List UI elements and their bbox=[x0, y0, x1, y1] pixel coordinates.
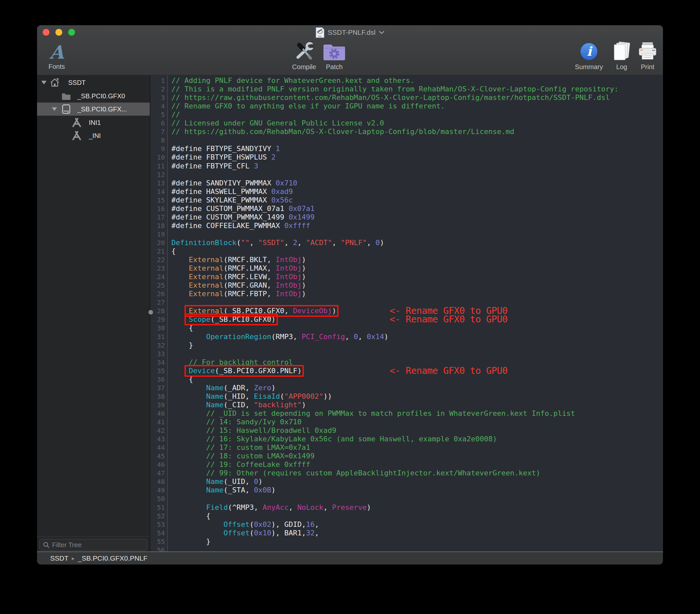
code-line-46[interactable]: 46 // 19: CoffeeLake 0xffff bbox=[150, 460, 663, 469]
code-text: Name(_STA, 0x0B) bbox=[171, 486, 276, 494]
code-line-7[interactable]: 7// https://github.com/RehabMan/OS-X-Clo… bbox=[150, 127, 663, 136]
sidebar-item--sb-pci0-gfx0[interactable]: _SB.PCI0.GFX0 bbox=[37, 89, 150, 102]
code-line-12[interactable]: 12 bbox=[150, 171, 663, 179]
line-number: 7 bbox=[150, 127, 165, 136]
folder-icon bbox=[61, 92, 71, 100]
code-text: { bbox=[171, 247, 176, 255]
code-line-21[interactable]: 21{ bbox=[150, 247, 663, 256]
code-line-52[interactable]: 52 { bbox=[150, 512, 663, 521]
code-line-51[interactable]: 51 Field(^RMP3, AnyAcc, NoLock, Preserve… bbox=[150, 503, 663, 512]
code-text: #define SKYLAKE_PWMMAX 0x56c bbox=[171, 196, 293, 204]
code-line-50[interactable]: 50 bbox=[150, 494, 663, 503]
code-line-54[interactable]: 54 Offset(0x10), BAR1,32, bbox=[150, 529, 663, 538]
log-button[interactable]: Log bbox=[609, 41, 635, 71]
code-text: External(RMCF.GRAN, IntObj) bbox=[171, 281, 306, 290]
print-label: Print bbox=[641, 63, 654, 71]
breadcrumb-separator-icon: ▸ bbox=[72, 555, 75, 562]
code-line-5[interactable]: 5// bbox=[150, 110, 663, 119]
chevron-down-icon[interactable] bbox=[379, 31, 384, 34]
code-text: // 19: CoffeeLake 0xffff bbox=[171, 460, 310, 469]
sidebar-item-ini1[interactable]: INI1 bbox=[37, 116, 150, 129]
line-number: 1 bbox=[150, 76, 165, 85]
code-text: // 14: Sandy/Ivy 0x710 bbox=[171, 418, 301, 426]
statusbar-breadcrumb: SSDT ▸ _SB.PCI0.GFX0.PNLF bbox=[37, 551, 663, 565]
code-line-3[interactable]: 3// https://raw.githubusercontent.com/Re… bbox=[150, 93, 663, 102]
code-line-18[interactable]: 18#define COFFEELAKE_PWMMAX 0xffff bbox=[150, 222, 663, 230]
code-line-20[interactable]: 20DefinitionBlock("", "SSDT", 2, "ACDT",… bbox=[150, 239, 663, 247]
document-proxy-icon[interactable]: DSL bbox=[316, 27, 324, 38]
disclosure-triangle-icon[interactable] bbox=[52, 108, 57, 111]
code-line-48[interactable]: 48 Name(_UID, 0) bbox=[150, 477, 663, 486]
line-number: 10 bbox=[150, 153, 165, 162]
code-line-10[interactable]: 10#define FBTYPE_HSWPLUS 2 bbox=[150, 153, 663, 162]
code-line-17[interactable]: 17#define CUSTOM_PWMMAX_1499 0x1499 bbox=[150, 213, 663, 222]
code-line-39[interactable]: 39 Name(_CID, "backlight") bbox=[150, 401, 663, 410]
code-line-14[interactable]: 14#define HASWELL_PWMMAX 0xad9 bbox=[150, 187, 663, 196]
svg-text:DSL: DSL bbox=[318, 35, 322, 37]
code-line-8[interactable]: 8 bbox=[150, 136, 663, 145]
patch-button[interactable]: Patch bbox=[321, 41, 347, 71]
print-button[interactable]: Print bbox=[635, 41, 661, 71]
code-line-15[interactable]: 15#define SKYLAKE_PWMMAX 0x56c bbox=[150, 196, 663, 205]
code-line-33[interactable]: 33 bbox=[150, 350, 663, 359]
tree-item-label: _SB.PCI0.GFX... bbox=[77, 105, 127, 113]
code-line-44[interactable]: 44 // 17: custom LMAX=0x7a1 bbox=[150, 443, 663, 452]
code-line-9[interactable]: 9#define FBTYPE_SANDYIVY 1 bbox=[150, 145, 663, 153]
line-number: 43 bbox=[150, 435, 165, 443]
line-number: 52 bbox=[150, 512, 165, 520]
sidebar-item--sb-pci0-gfx-[interactable]: _SB.PCI0.GFX... bbox=[37, 102, 150, 116]
code-line-53[interactable]: 53 Offset(0x02), GDID,16, bbox=[150, 520, 663, 529]
line-number: 19 bbox=[150, 230, 165, 239]
code-line-31[interactable]: 31 OperationRegion(RMP3, PCI_Config, 0, … bbox=[150, 333, 663, 341]
sidebar-item--ini[interactable]: _INI bbox=[37, 129, 150, 142]
code-line-6[interactable]: 6// Licensed under GNU General Public Li… bbox=[150, 119, 663, 128]
line-number: 12 bbox=[150, 171, 165, 179]
sidebar-item-ssdt[interactable]: SSDT bbox=[37, 76, 150, 89]
code-line-43[interactable]: 43 // 16: Skylake/KabyLake 0x56c (and so… bbox=[150, 435, 663, 443]
device-icon bbox=[62, 104, 71, 114]
compile-button[interactable]: Compile bbox=[291, 41, 317, 71]
filter-tree-input[interactable]: Filter Tree bbox=[39, 539, 148, 551]
code-line-1[interactable]: 1// Adding PNLF device for WhateverGreen… bbox=[150, 76, 663, 85]
code-line-4[interactable]: 4// Rename GFX0 to anything else if your… bbox=[150, 102, 663, 111]
breadcrumb-leaf[interactable]: _SB.PCI0.GFX0.PNLF bbox=[78, 554, 148, 562]
code-line-23[interactable]: 23 External(RMCF.LMAX, IntObj) bbox=[150, 264, 663, 273]
code-line-38[interactable]: 38 Name(_HID, EisaId("APP0002")) bbox=[150, 392, 663, 401]
code-line-37[interactable]: 37 Name(_ADR, Zero) bbox=[150, 384, 663, 392]
code-line-47[interactable]: 47 // 99: Other (requires custom AppleBa… bbox=[150, 469, 663, 478]
code-line-56[interactable]: 56 bbox=[150, 546, 663, 551]
code-line-13[interactable]: 13#define SANDYIVY_PWMMAX 0x710 bbox=[150, 179, 663, 188]
code-line-49[interactable]: 49 Name(_STA, 0x0B) bbox=[150, 486, 663, 495]
line-number: 2 bbox=[150, 85, 165, 93]
code-line-45[interactable]: 45 // 18: custom LMAX=0x1499 bbox=[150, 452, 663, 461]
code-line-19[interactable]: 19 bbox=[150, 230, 663, 239]
summary-button[interactable]: i Summary bbox=[573, 41, 605, 71]
code-editor[interactable]: 1// Adding PNLF device for WhateverGreen… bbox=[150, 75, 663, 551]
line-number: 50 bbox=[150, 494, 165, 503]
tree-item-label: INI1 bbox=[89, 118, 101, 126]
breadcrumb-root[interactable]: SSDT bbox=[50, 554, 68, 562]
line-number: 48 bbox=[150, 477, 165, 486]
code-text: External(RMCF.BKLT, IntObj) bbox=[171, 255, 306, 264]
code-line-11[interactable]: 11#define FBTYPE_CFL 3 bbox=[150, 162, 663, 171]
sidebar-tree: SSDT_SB.PCI0.GFX0_SB.PCI0.GFX...INI1_INI… bbox=[37, 75, 150, 551]
code-line-24[interactable]: 24 External(RMCF.LEVW, IntObj) bbox=[150, 273, 663, 281]
code-line-41[interactable]: 41 // 14: Sandy/Ivy 0x710 bbox=[150, 418, 663, 427]
code-line-26[interactable]: 26 External(RMCF.FBTP, IntObj) bbox=[150, 290, 663, 299]
code-line-55[interactable]: 55 } bbox=[150, 537, 663, 546]
code-line-40[interactable]: 40 // _UID is set depending on PWMMax to… bbox=[150, 409, 663, 418]
tree-item-label: _INI bbox=[89, 132, 101, 140]
fonts-button[interactable]: A Fonts bbox=[43, 42, 70, 71]
maciasl-window: DSL SSDT-PNLF.dsl A Fonts bbox=[37, 25, 663, 565]
code-line-2[interactable]: 2// This is a modified PNLF version orig… bbox=[150, 85, 663, 94]
line-number: 41 bbox=[150, 418, 165, 426]
code-line-22[interactable]: 22 External(RMCF.BKLT, IntObj) bbox=[150, 255, 663, 264]
code-line-25[interactable]: 25 External(RMCF.GRAN, IntObj) bbox=[150, 281, 663, 290]
code-line-16[interactable]: 16#define CUSTOM_PWMMAX_07a1 0x07a1 bbox=[150, 204, 663, 213]
code-text: // Licensed under GNU General Public Lic… bbox=[171, 119, 384, 127]
code-line-42[interactable]: 42 // 15: Haswell/Broadwell 0xad9 bbox=[150, 426, 663, 435]
line-number: 49 bbox=[150, 486, 165, 494]
disclosure-triangle-icon[interactable] bbox=[41, 81, 47, 85]
line-number: 22 bbox=[150, 255, 165, 264]
code-line-32[interactable]: 32 } bbox=[150, 341, 663, 350]
